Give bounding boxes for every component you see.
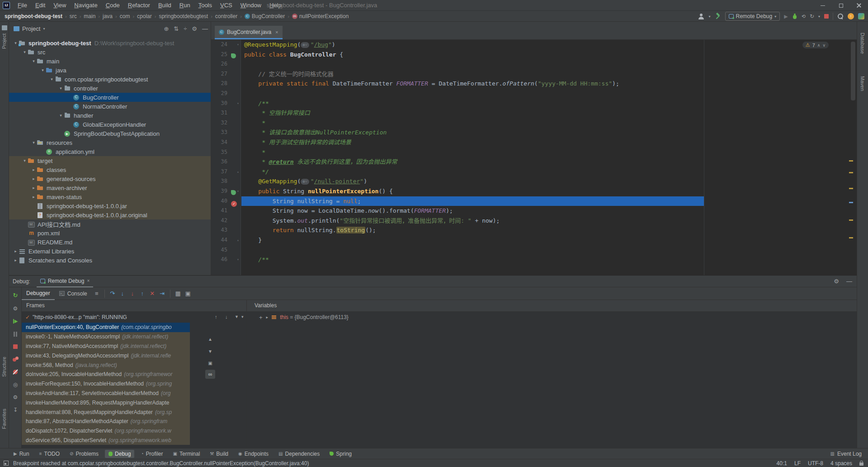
evaluate-expression-icon[interactable]: ▦ [173,290,183,297]
stripe-button-project[interactable]: Project [1,33,7,49]
event-log-button[interactable]: ▥ Event Log [830,451,862,457]
stripe-button-database[interactable]: Database [860,33,865,54]
user-icon[interactable] [698,13,704,19]
maximize-button[interactable] [832,0,850,11]
tree-chevron-icon[interactable]: ▾ [58,113,64,118]
breadcrumb-item-com[interactable]: com [120,13,130,19]
tool-tab-dependencies[interactable]: ▤Dependencies [275,450,323,458]
warning-stripe-mark[interactable] [849,237,853,238]
tool-tab-endpoints[interactable]: ◉Endpoints [235,450,272,458]
tree-chevron-icon[interactable]: ▾ [22,50,28,54]
minimize-button[interactable] [814,0,832,11]
code-line-41[interactable]: 41 String now = LocalDateTime.now().form… [211,206,857,216]
tree-row-handler[interactable]: ▾handler [9,111,211,120]
tree-chevron-icon[interactable]: ▸ [31,167,37,172]
split-icon[interactable]: ÷ [184,25,187,32]
tool-tab-run[interactable]: ▶Run [10,450,33,458]
line-number[interactable]: 34 [211,138,227,148]
ide-features-icon[interactable] [858,13,864,19]
code-line-38[interactable]: 38 @GetMapping(⊙˅"/null-pointer") [211,176,857,186]
line-number[interactable]: 40 [211,196,227,206]
code-line-33[interactable]: 33 * 该接口会故意抛出NullPointerException [211,128,857,138]
resume-icon[interactable]: ▶ [12,318,19,324]
settings-gear-icon[interactable]: ⚙ [192,25,197,32]
build-hammer-icon[interactable] [715,13,721,19]
variables-row[interactable]: + ▸ this = {BugController@6113} [259,312,349,323]
frame-row[interactable]: nullPointerException:40, BugController(c… [22,323,190,332]
stripe-button-favorites[interactable]: Favorites [1,409,7,429]
editor-scrollbar[interactable] [851,42,855,100]
hide-panel-icon[interactable]: — [846,278,852,285]
frame-row[interactable]: invoke:77, NativeMethodAccessorImpl(jdk.… [22,342,190,351]
chevron-down-icon[interactable]: ▾ [708,14,710,19]
code-line-39[interactable]: 39▾ public String nullPointerException()… [211,186,857,196]
url-inlay-hint-icon[interactable]: ⊙˅ [301,42,309,48]
profile-button[interactable]: ⟲ [802,14,806,19]
frame-row[interactable]: invoke0:-1, NativeMethodAccessorImpl(jdk… [22,332,190,342]
tree-row-README.md[interactable]: README.md [9,238,211,247]
breadcrumb-item-main[interactable]: main [84,13,95,19]
indent-setting[interactable]: 4 spaces [830,460,852,467]
execution-stripe-mark[interactable] [849,202,853,203]
code-line-46[interactable]: 46▾ /** [211,255,857,265]
drop-frame-icon[interactable]: ✕ [147,290,157,297]
spring-bean-gutter-icon[interactable] [231,53,236,58]
line-number[interactable]: 33 [211,128,227,138]
pin-icon[interactable]: ↧ [12,407,19,413]
tool-tab-problems[interactable]: ⊘Problems [66,450,102,458]
step-into-icon[interactable]: ↓ [118,290,127,297]
expand-collapse-icon[interactable]: ⇅ [174,25,179,32]
tree-row-maven-status[interactable]: ▸maven-status [9,192,211,201]
frame-row[interactable]: invoke:568, Method(java.lang.reflect) [22,360,190,370]
menu-item-navigate[interactable]: Navigate [70,0,101,10]
hide-library-frames-toggle[interactable]: ∞ [205,370,215,379]
tree-chevron-icon[interactable]: ▾ [49,77,55,81]
layout-settings-icon[interactable]: ≡ [92,290,102,297]
fold-marker-icon[interactable]: ▾ [237,255,239,265]
frame-next-icon[interactable]: ▼ [205,347,215,356]
tree-row-controller[interactable]: ▾controller [9,84,211,93]
tree-chevron-icon[interactable]: ▸ [13,249,19,253]
fold-marker-icon[interactable]: ▾ [237,186,239,196]
wrench-icon[interactable]: ⚙ [12,305,19,312]
tree-chevron-icon[interactable]: ▸ [13,258,19,262]
search-everywhere-icon[interactable] [837,13,844,19]
menu-item-build[interactable]: Build [154,0,175,10]
copy-stack-icon[interactable]: ▣ [205,358,215,367]
tree-chevron-icon[interactable]: ▸ [31,195,37,199]
breadcrumb-item-src[interactable]: src [70,13,77,19]
frame-previous-icon[interactable]: ▲ [205,334,215,343]
status-message[interactable]: Breakpoint reached at com.cpolar.springb… [13,460,309,467]
url-inlay-hint-icon[interactable]: ⊙˅ [301,179,309,185]
code-line-34[interactable]: 34 * 用于测试空指针异常的调试场景 [211,138,857,148]
hide-panel-icon[interactable]: — [202,25,208,32]
menu-item-view[interactable]: View [49,0,70,10]
tree-row-NormalController[interactable]: NormalController [9,102,211,111]
menu-item-tools[interactable]: Tools [194,0,216,10]
line-number[interactable]: 29 [211,89,227,99]
tool-tab-build[interactable]: ⚒Build [206,450,232,458]
tree-row-maven-archiver[interactable]: ▸maven-archiver [9,183,211,192]
code-line-40[interactable]: 40✓ String nullString = null; [211,196,857,206]
inspections-widget[interactable]: ⚠ 7 ∧ ∨ [802,42,829,48]
read-only-lock-icon[interactable] [859,462,863,466]
frame-row[interactable]: handle:87, AbstractHandlerMethodAdapter(… [22,417,190,426]
code-line-35[interactable]: 35 * [211,148,857,157]
file-encoding[interactable]: UTF-8 [808,460,823,467]
filter-frames-icon[interactable]: ▼ [235,315,239,319]
fold-marker-icon[interactable]: ▴ [237,235,239,245]
line-number[interactable]: 24 [211,40,227,50]
debug-session-tab[interactable]: Remote Debug × [37,276,94,287]
view-breakpoints-icon[interactable] [12,356,19,362]
chevron-down-icon[interactable]: ▾ [241,315,244,319]
tree-row-generated-sources[interactable]: ▸generated-sources [9,174,211,183]
project-stripe-icon[interactable] [2,25,7,30]
stop-button[interactable] [824,14,829,19]
project-panel-title[interactable]: Project [22,25,40,32]
tree-row-ScratchesandConsoles[interactable]: ▸Scratches and Consoles [9,256,211,265]
code-line-32[interactable]: 32 * [211,118,857,128]
line-number[interactable]: 32 [211,118,227,128]
line-number[interactable]: 31 [211,108,227,118]
menu-item-edit[interactable]: Edit [31,0,49,10]
next-issue-icon[interactable]: ∨ [822,43,826,48]
